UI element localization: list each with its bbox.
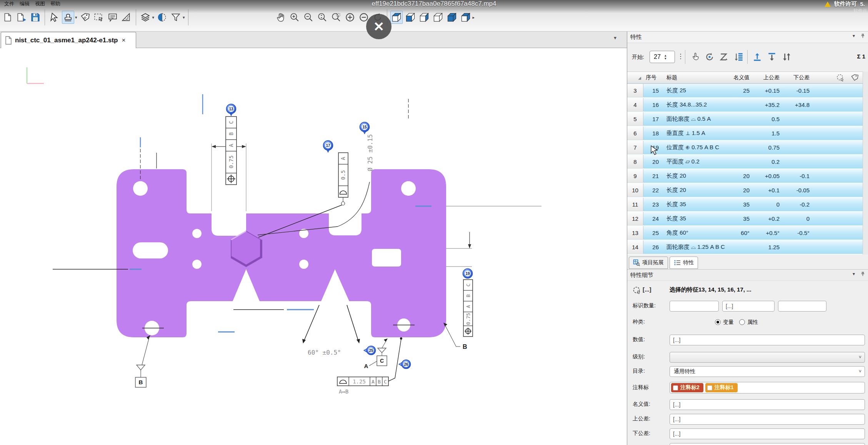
- table-row[interactable]: 517面轮廓度 ⌓ 0.5 A0.5: [627, 112, 868, 127]
- views-dropdown-caret[interactable]: ▸: [473, 15, 475, 20]
- fcf-position-top[interactable]: C B A 0.75 13: [212, 104, 246, 212]
- details-panel-header[interactable]: 特性细节 ▾: [627, 269, 868, 281]
- level-dropdown[interactable]: ˅: [670, 352, 865, 363]
- datum-b[interactable]: B: [135, 335, 150, 387]
- checkbox-icon[interactable]: [707, 385, 712, 390]
- balloon-13[interactable]: 13: [227, 104, 236, 116]
- table-row[interactable]: 719位置度 ⊕ 0.75 A B C0.75: [627, 141, 868, 155]
- radio-attribute-label[interactable]: 属性: [747, 319, 758, 325]
- fcf-position-right[interactable]: C B A 0.75 19: [463, 269, 473, 337]
- radio-variable-label[interactable]: 变量: [723, 319, 734, 325]
- nominal-row: 名义值:: [627, 398, 868, 412]
- table-row[interactable]: 1426面轮廓度 ⌓ 1.25 A B C1.25: [627, 240, 868, 255]
- table-cell: +0.05: [753, 173, 783, 179]
- stamp-dropdown-caret[interactable]: ▾: [75, 15, 77, 20]
- pin-icon[interactable]: [860, 33, 865, 38]
- column-title[interactable]: 标题: [663, 74, 729, 81]
- tab-project-explorer[interactable]: 项目拓展: [629, 257, 668, 269]
- nominal-input[interactable]: [670, 399, 865, 410]
- pan-hand-icon: [276, 12, 286, 22]
- column-nominal[interactable]: 名义值: [729, 74, 753, 81]
- table-header[interactable]: ◢ 序号 标题 名义值 上公差 下公差: [627, 72, 868, 84]
- part-shape[interactable]: [117, 169, 446, 337]
- panel-collapse-caret[interactable]: ▾: [853, 33, 855, 38]
- upper-input[interactable]: [670, 414, 865, 425]
- selection-text: 选择的特征13, 14, 15, 16, 17, ...: [670, 286, 751, 293]
- lower-input[interactable]: [670, 428, 865, 439]
- table-cell: 21: [643, 173, 663, 179]
- column-lower[interactable]: 下公差: [783, 74, 813, 81]
- table-row[interactable]: 416长度 34.8...35.2+35.2+34.8: [627, 98, 868, 112]
- spin-down-icon[interactable]: ▾: [665, 57, 666, 60]
- id-quantity-input-1[interactable]: [670, 301, 719, 312]
- zigzag-order-button[interactable]: [718, 51, 730, 63]
- spinner-menu-icon[interactable]: ⋮: [677, 52, 684, 60]
- table-row[interactable]: 820平面度 ▱ 0.20.2: [627, 155, 868, 169]
- license-indicator[interactable]: 软件许可 5.: [825, 0, 865, 8]
- start-input[interactable]: [650, 53, 665, 60]
- tab-close-icon[interactable]: ×: [122, 37, 125, 44]
- table-row[interactable]: 1123长度 35350-0.2: [627, 198, 868, 212]
- balloon-17[interactable]: 17: [323, 141, 333, 153]
- balloon-19[interactable]: 19: [463, 269, 473, 278]
- id-quantity-input-2[interactable]: [722, 301, 775, 312]
- note-badge-2[interactable]: 注释标2: [671, 383, 703, 392]
- list-sort-button[interactable]: [733, 51, 745, 63]
- model-viewport[interactable]: C B A 0.75 13: [0, 48, 627, 445]
- table-cell: 1.5: [753, 130, 783, 137]
- pick-tool-button[interactable]: [690, 51, 702, 63]
- tab-properties[interactable]: 特性: [670, 257, 698, 269]
- table-row[interactable]: 1022长度 2020+0.1-0.05: [627, 183, 868, 198]
- radio-variable[interactable]: [715, 319, 721, 325]
- table-row[interactable]: 1325角度 60°60°+0.5°-0.5°: [627, 226, 868, 240]
- fcf-cell: C: [228, 121, 234, 124]
- properties-panel-header[interactable]: 特性 ▾: [627, 32, 868, 43]
- column-upper[interactable]: 上公差: [753, 74, 783, 81]
- fcf-profile-bottom[interactable]: 1.25 A B C A↔B 26: [337, 337, 411, 395]
- note-badge-1[interactable]: 注释标1: [705, 383, 738, 392]
- table-cell: 10: [627, 183, 643, 197]
- column-seq[interactable]: 序号: [643, 74, 663, 81]
- id-quantity-input-3[interactable]: [778, 301, 826, 312]
- balloon-25[interactable]: 25: [364, 346, 376, 355]
- table-cell: 长度 20: [663, 172, 729, 180]
- catalog-dropdown[interactable]: 通用特性 ˅: [670, 366, 865, 377]
- license-version: 5.: [860, 1, 865, 7]
- move-to-top-button[interactable]: [751, 51, 763, 63]
- fcf-cell: 0.5: [340, 170, 346, 180]
- datum-c[interactable]: C A: [364, 338, 388, 369]
- value-input[interactable]: [670, 335, 865, 345]
- balloon-15[interactable]: 15: [360, 122, 370, 134]
- checkbox-icon[interactable]: [673, 385, 678, 390]
- document-tab[interactable]: nist_ctc_01_asme1_ap242-e1.stp ×: [1, 32, 136, 48]
- swap-order-button[interactable]: [780, 51, 793, 63]
- table-corner-icon[interactable]: ◢: [627, 76, 643, 80]
- start-spinner[interactable]: ▴▾: [650, 51, 675, 63]
- table-row[interactable]: 315长度 2525+0.15-0.15: [627, 84, 868, 98]
- table-cell: 位置度 ⊕ 0.75 A B C: [663, 144, 729, 151]
- layers-dropdown-caret[interactable]: ▾: [152, 15, 155, 20]
- balloon-26[interactable]: 26: [399, 360, 411, 369]
- partial-input[interactable]: [670, 443, 865, 445]
- table-row[interactable]: 921长度 2020+0.05-0.1: [627, 169, 868, 183]
- fcf-cell: A: [372, 379, 375, 385]
- selection-ellipsis[interactable]: [...]: [643, 286, 651, 293]
- table-scrollbar[interactable]: [863, 72, 868, 255]
- tag-filter-button[interactable]: [850, 73, 860, 83]
- angle-dimension[interactable]: 60° ±0.5° 25: [302, 305, 376, 356]
- table-cell: 12: [627, 212, 643, 225]
- tabbar-overflow-caret[interactable]: ▾: [614, 35, 616, 41]
- pin-icon[interactable]: [860, 272, 865, 277]
- refresh-selection-button[interactable]: [703, 51, 716, 63]
- table-row[interactable]: 1224长度 3535+0.20: [627, 212, 868, 226]
- balloon-number: 17: [326, 143, 330, 148]
- filter-dropdown-caret[interactable]: ▾: [183, 15, 185, 20]
- table-row[interactable]: 618垂直度 ⊥ 1.5 A1.5: [627, 127, 868, 141]
- select-features-button[interactable]: [835, 73, 846, 83]
- move-to-bottom-button[interactable]: [766, 51, 778, 63]
- id-quantity-row: 标识数量:: [627, 300, 868, 313]
- lasso-select-icon: [836, 73, 845, 82]
- video-close-button[interactable]: ✕: [366, 14, 392, 39]
- radio-attribute[interactable]: [739, 319, 745, 325]
- details-collapse-caret[interactable]: ▾: [853, 271, 855, 277]
